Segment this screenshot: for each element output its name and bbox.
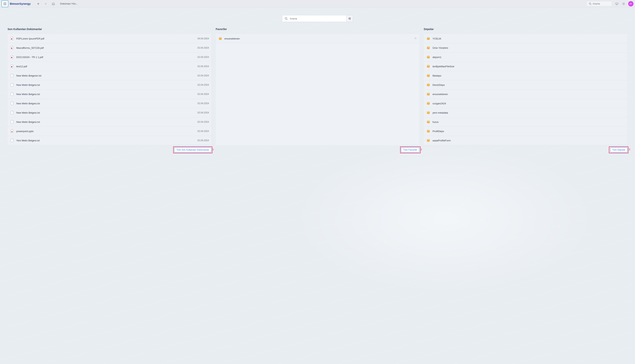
home-button[interactable] xyxy=(50,1,56,7)
list-item[interactable]: New Metin Belgesi.txt02.04.2024 xyxy=(8,80,211,90)
breadcrumb[interactable]: Doküman Yön... xyxy=(60,2,78,5)
app-header: BimserSynergy Doküman Yön... AY xyxy=(0,0,635,8)
list-item[interactable]: New Metin Belgesi.txt02.04.2024 xyxy=(8,117,211,127)
chat-button[interactable] xyxy=(614,1,620,7)
item-name: tenByteMaxFileSize xyxy=(432,65,625,68)
item-icon-cell xyxy=(426,129,431,133)
svg-rect-8 xyxy=(6,4,6,5)
all-repos-button[interactable]: Tüm Depolar xyxy=(610,148,627,152)
txt-icon xyxy=(11,74,14,78)
item-icon-cell xyxy=(10,138,14,142)
item-name: ProfilDepo xyxy=(432,130,625,133)
svg-rect-1 xyxy=(5,2,5,3)
nav-back-button[interactable] xyxy=(35,1,41,7)
item-date: 02.04.2024 xyxy=(198,139,209,142)
db-icon xyxy=(219,37,222,40)
svg-point-20 xyxy=(349,18,349,19)
svg-rect-6 xyxy=(4,4,4,5)
arrow-right-icon xyxy=(44,2,47,5)
list-item[interactable]: DenizDepo xyxy=(424,80,627,90)
list-item[interactable]: ensoneklenen xyxy=(424,90,627,99)
list-item[interactable]: aaaaProfileForm xyxy=(424,136,627,145)
all-favorites-button[interactable]: Tüm Favoriler xyxy=(401,148,419,152)
txt-icon xyxy=(11,83,14,87)
app-logo[interactable]: BimserSynergy xyxy=(10,2,31,5)
recent-list: PDFLorem IpsumPDF.pdf04.04.2024Masraffor… xyxy=(8,34,211,145)
item-icon-cell xyxy=(426,111,431,114)
list-item[interactable]: yeni metadata xyxy=(424,108,627,117)
list-item[interactable]: New Metin Belgesi.txt02.04.2024 xyxy=(8,90,211,99)
item-icon-cell xyxy=(10,64,14,68)
all-recent-button[interactable]: Tüm Son Kullanılan Dokümanlar xyxy=(174,148,211,152)
repos-list: YCELIKÜrün Yönetimidepom1tenByteMaxFileS… xyxy=(424,34,627,145)
favorites-list: ensoneklenen xyxy=(216,34,419,145)
avatar[interactable]: AY xyxy=(628,1,633,6)
list-item[interactable]: YCELIK xyxy=(424,34,627,43)
list-item[interactable]: DOCUSIGN - TR 1 1.pdf02.04.2024 xyxy=(8,52,211,62)
recent-footer: Tüm Son Kullanılan Dokümanlar 1 xyxy=(8,145,211,154)
nav-forward-button[interactable] xyxy=(43,1,49,7)
list-item[interactable]: test12.pdf02.04.2024 xyxy=(8,62,211,71)
list-item[interactable]: PDFLorem IpsumPDF.pdf04.04.2024 xyxy=(8,34,211,43)
item-name: ensoneklenen xyxy=(224,37,414,40)
pin-button[interactable] xyxy=(414,37,417,40)
txt-icon xyxy=(11,92,14,96)
search-icon-wrap xyxy=(282,15,290,22)
list-item[interactable]: powerpoint.pptx02.04.2024 xyxy=(8,127,211,136)
list-item[interactable]: New Metin Belgesirr.txt02.04.2024 xyxy=(8,71,211,80)
list-item[interactable]: Ürün Yönetimi xyxy=(424,43,627,52)
svg-point-11 xyxy=(589,3,591,4)
item-name: depom1 xyxy=(432,56,625,58)
filter-button[interactable] xyxy=(346,15,353,22)
item-date: 02.04.2024 xyxy=(198,120,209,123)
apps-grid-button[interactable] xyxy=(2,0,8,7)
svg-line-16 xyxy=(287,19,287,20)
list-item[interactable]: tenByteMaxFileSize xyxy=(424,62,627,71)
content-columns: Son Kullanılan Dokümanlar PDFLorem Ipsum… xyxy=(0,28,635,154)
txt-icon xyxy=(11,111,14,114)
list-item[interactable]: fuzun xyxy=(424,117,627,127)
db-icon xyxy=(427,46,430,50)
item-name: powerpoint.pptx xyxy=(16,130,198,133)
item-date: 02.04.2024 xyxy=(198,74,209,77)
item-name: test12.pdf xyxy=(16,65,198,68)
header-search-input[interactable] xyxy=(593,2,610,5)
list-item[interactable]: ensoneklenen xyxy=(216,34,419,43)
svg-rect-2 xyxy=(6,2,6,3)
svg-rect-0 xyxy=(4,2,4,3)
list-item[interactable]: Masrafformu_507228.pdf02.04.2024 xyxy=(8,43,211,52)
home-icon xyxy=(52,2,55,5)
db-icon xyxy=(427,129,430,133)
item-icon-cell xyxy=(10,92,14,96)
item-name: DenizDepo xyxy=(432,84,625,86)
repos-footer: Tüm Depolar 3 xyxy=(424,145,627,154)
db-icon xyxy=(427,74,430,78)
item-name: fuzun xyxy=(432,120,625,124)
item-date: 02.04.2024 xyxy=(198,65,209,68)
item-icon-cell xyxy=(426,102,431,105)
list-item[interactable]: depom1 xyxy=(424,52,627,62)
main-search-input[interactable] xyxy=(290,15,346,22)
list-item[interactable]: cozgan2424 xyxy=(424,99,627,108)
item-icon-cell xyxy=(10,83,14,87)
list-item[interactable]: New Metin Belgesi.txt02.04.2024 xyxy=(8,99,211,108)
txt-icon xyxy=(11,120,14,124)
list-item[interactable]: ProfilDepo xyxy=(424,127,627,136)
item-name: New Metin Belgesi.txt xyxy=(16,102,198,105)
item-name: PDFLorem IpsumPDF.pdf xyxy=(16,37,198,40)
svg-point-15 xyxy=(285,18,287,19)
header-search[interactable] xyxy=(587,2,611,6)
svg-rect-4 xyxy=(5,4,5,4)
list-item[interactable]: New Metin Belgesi.txt02.04.2024 xyxy=(8,108,211,117)
arrow-left-icon xyxy=(37,2,40,5)
list-item[interactable]: Yeni Metin Belgesi.txt02.04.2024 xyxy=(8,136,211,145)
settings-button[interactable] xyxy=(621,1,627,7)
item-icon-cell xyxy=(426,120,431,124)
list-item[interactable]: fbkdepo xyxy=(424,71,627,80)
item-icon-cell xyxy=(218,37,223,40)
apps-grid-icon xyxy=(4,2,6,5)
db-icon xyxy=(427,55,430,59)
pdf-icon xyxy=(11,46,14,50)
pin-icon xyxy=(414,37,417,40)
item-icon-cell xyxy=(426,55,431,59)
